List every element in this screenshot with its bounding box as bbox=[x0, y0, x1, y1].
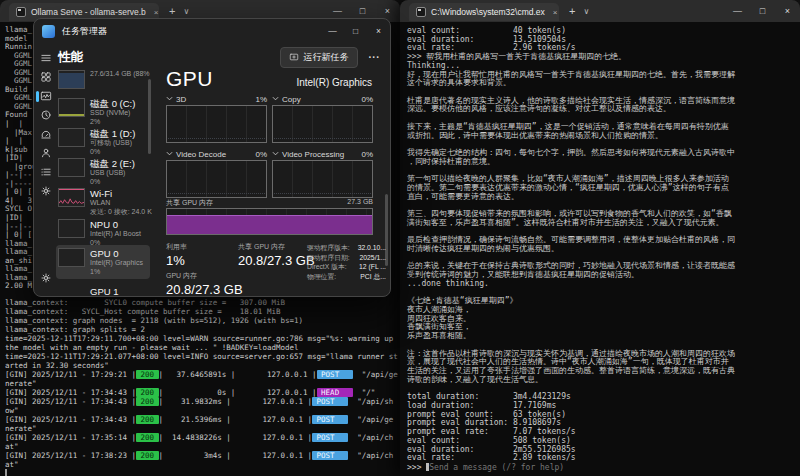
disk1-mini-chart bbox=[58, 128, 85, 147]
terminal-icon bbox=[416, 7, 426, 17]
terminal-icon bbox=[16, 7, 26, 17]
sidebar-item-history[interactable] bbox=[34, 106, 57, 125]
chart-label: Copy bbox=[282, 95, 301, 104]
npu0-labels: NPU 0Intel(R) AI Boost0% bbox=[90, 219, 141, 247]
detail-row: DirectX 版本:12 (FL ... bbox=[307, 262, 386, 272]
shared-gpu-memory-fill bbox=[167, 215, 372, 234]
sidebar-item-details[interactable] bbox=[34, 163, 57, 182]
chart-canvas bbox=[166, 105, 267, 143]
left-terminal-tab-title: Ollama Serve - ollama-serve.b bbox=[31, 7, 146, 17]
chart-label: Video Decode bbox=[176, 150, 226, 159]
chart-value: 0% bbox=[361, 150, 373, 159]
detail-row: 物理位置:PCI 总... bbox=[307, 272, 386, 282]
panel-item-subtitle: 27.6/31.4 GB (88% bbox=[90, 70, 150, 79]
new-tab-button[interactable]: + bbox=[569, 5, 575, 17]
gpu-utilization-stat: 利用率 1% bbox=[166, 242, 187, 268]
wifi-mini-chart bbox=[58, 188, 85, 207]
right-terminal-tab-title: C:\Windows\system32\cmd.ex bbox=[431, 7, 545, 17]
sidebar-item-processes[interactable] bbox=[34, 68, 57, 87]
detail-label: 物理位置: bbox=[307, 272, 360, 282]
maximize-button[interactable]: □ bbox=[750, 0, 775, 22]
disk2-labels: 磁盘 2 (E:)USB (USB)0% bbox=[90, 158, 135, 186]
panel-item-gpu0[interactable]: GPU 0Intel(R) Graphics1% bbox=[56, 245, 150, 279]
close-button[interactable]: × bbox=[775, 0, 800, 22]
right-terminal-tabbar: C:\Windows\system32\cmd.ex × + ∨ — □ × bbox=[400, 0, 800, 22]
gpu-chart-video-decode: Video Decode0% bbox=[166, 149, 267, 198]
panel-item-subtitle: WLAN bbox=[90, 199, 152, 208]
detail-value: PCI 总... bbox=[360, 272, 386, 282]
minimize-button[interactable]: — bbox=[321, 19, 344, 43]
detail-label: DirectX 版本: bbox=[307, 262, 359, 272]
gpu0-labels: GPU 0Intel(R) Graphics1% bbox=[90, 248, 143, 276]
maximize-button[interactable]: □ bbox=[344, 19, 367, 43]
page-title: 性能 bbox=[58, 49, 83, 66]
stat-label: 利用率 bbox=[166, 242, 187, 252]
tab-dropdown-icon[interactable]: ∨ bbox=[183, 7, 189, 16]
panel-item-wifi[interactable]: Wi-FiWLAN发送: 0 接收: 24.0 K bbox=[56, 185, 150, 219]
chart-value: 0% bbox=[255, 150, 267, 159]
detail-label: 驱动程序版本: bbox=[307, 243, 358, 253]
chart-label: 3D bbox=[176, 95, 186, 104]
tab-close-icon[interactable]: × bbox=[154, 8, 159, 17]
panel-item-subtitle: SSD (NVMe) bbox=[90, 109, 135, 118]
gpu-driver-details: 驱动程序版本:32.0.10...驱动程序日期:2025/1...DirectX… bbox=[307, 243, 386, 281]
panel-item-title: GPU 1 bbox=[90, 286, 119, 296]
menu-icon bbox=[40, 50, 52, 68]
gpu-chart-video-processing: Video Processing0% bbox=[272, 149, 373, 198]
sidebar-item-menu[interactable] bbox=[34, 49, 57, 68]
new-task-icon bbox=[289, 52, 299, 64]
panel-item-title: Wi-Fi bbox=[90, 188, 152, 199]
panel-item-title: 磁盘 1 (D:) bbox=[90, 128, 135, 139]
panel-item-subtitle: 发送: 0 接收: 24.0 K bbox=[90, 208, 152, 217]
new-tab-button[interactable]: + bbox=[169, 5, 175, 17]
terminal-output-fragments[interactable]: llama_model Runnin GGML GGML GGML GGMLBu… bbox=[5, 26, 37, 291]
sidebar-item-users[interactable] bbox=[34, 144, 57, 163]
task-manager-titlebar[interactable]: 任务管理器 — □ × bbox=[34, 19, 390, 43]
disk0-mini-chart bbox=[58, 98, 85, 117]
close-button[interactable]: × bbox=[367, 19, 390, 43]
panel-item-subtitle: 1% bbox=[90, 268, 143, 277]
right-terminal-tab[interactable]: C:\Windows\system32\cmd.ex × bbox=[409, 3, 559, 21]
chat-terminal-output[interactable]: eval count: 40 token(s)eval duration: 13… bbox=[407, 27, 799, 473]
panel-scrollbar[interactable] bbox=[148, 79, 151, 154]
panel-item-title: NPU 0 bbox=[90, 219, 141, 230]
performance-item-list: 27.6/31.4 GB (88%磁盘 0 (C:)SSD (NVMe)2%磁盘… bbox=[56, 65, 152, 296]
sidebar-item-startup[interactable] bbox=[34, 125, 57, 144]
more-options-button[interactable]: ··· bbox=[369, 52, 381, 63]
detail-value: 32.0.10... bbox=[358, 243, 386, 253]
tab-close-icon[interactable]: × bbox=[553, 8, 558, 17]
settings-icon bbox=[40, 270, 52, 288]
details-icon bbox=[40, 164, 52, 182]
desktop: Ollama Serve - ollama-serve.b × + ∨ — □ … bbox=[0, 0, 800, 476]
chart-canvas bbox=[272, 160, 373, 198]
tab-dropdown-icon[interactable]: ∨ bbox=[583, 7, 589, 16]
shared-gpu-memory-stat: 共享 GPU 内存 20.8/27.3 GB bbox=[238, 242, 315, 268]
chart-value: 1% bbox=[255, 95, 267, 104]
gpu1-labels: GPU 1 bbox=[90, 286, 119, 296]
gpu0-mini-chart bbox=[58, 248, 85, 267]
memory-mini-chart bbox=[58, 70, 85, 89]
shared-gpu-memory-chart bbox=[166, 208, 373, 235]
minimize-button[interactable]: — bbox=[725, 0, 750, 22]
sidebar-item-services[interactable] bbox=[34, 182, 57, 201]
stat-value: 20.8/27.3 GB bbox=[166, 282, 243, 297]
chart-value: 0% bbox=[361, 95, 373, 104]
startup-icon bbox=[40, 126, 52, 144]
panel-item-title: 磁盘 2 (E:) bbox=[90, 158, 135, 169]
shared-gpu-memory-label: 共享 GPU 内存 bbox=[166, 198, 213, 208]
gpu-vendor-label: Intel(R) Graphics bbox=[296, 77, 372, 88]
panel-item-subtitle: Intel(R) AI Boost bbox=[90, 230, 141, 239]
terminal-output-logs[interactable]: llama_context: SYCL0 compute buffer size… bbox=[5, 298, 399, 476]
sidebar-item-settings[interactable] bbox=[34, 269, 57, 288]
gpu-chart-copy: Copy0% bbox=[272, 94, 373, 143]
sidebar-item-performance[interactable] bbox=[34, 87, 57, 106]
panel-item-gpu1[interactable]: GPU 1 bbox=[56, 283, 150, 296]
services-icon bbox=[40, 183, 52, 201]
history-icon bbox=[40, 107, 52, 125]
stat-value: 20.8/27.3 GB bbox=[238, 253, 315, 268]
run-new-task-button[interactable]: 运行新任务 bbox=[280, 47, 358, 68]
shared-gpu-memory-max: 27.3 GB bbox=[347, 198, 373, 208]
detail-row: 驱动程序版本:32.0.10... bbox=[307, 243, 386, 253]
window-controls: — □ × bbox=[321, 19, 390, 43]
panel-item-memory[interactable]: 27.6/31.4 GB (88% bbox=[56, 67, 150, 92]
